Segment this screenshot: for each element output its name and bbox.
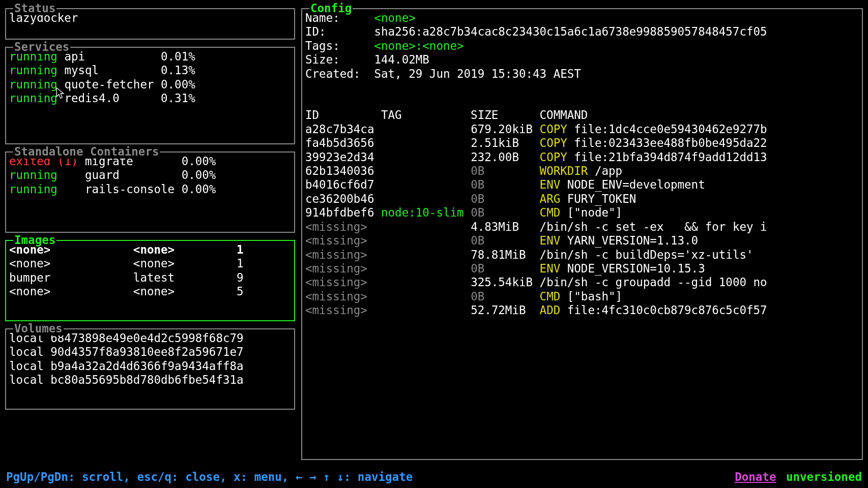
layer-cmd-args: NODE_ENV=development bbox=[567, 178, 705, 191]
service-row[interactable]: running quote-fetcher 0.00% bbox=[9, 78, 291, 92]
image-count: 1 bbox=[230, 243, 244, 256]
volume-driver: local bbox=[9, 345, 50, 358]
layer-id: <missing> bbox=[305, 303, 381, 317]
service-cpu: 0.01% bbox=[161, 50, 195, 63]
services-title: Services bbox=[13, 40, 70, 54]
layer-cmd-args: FURY_TOKEN bbox=[567, 192, 636, 205]
container-row[interactable]: running guard 0.00% bbox=[9, 168, 291, 182]
service-name: quote-fetcher bbox=[64, 78, 161, 91]
layer-cmd-keyword: CMD bbox=[540, 206, 567, 219]
service-row[interactable]: running redis4.0 0.31% bbox=[9, 92, 291, 105]
volume-row[interactable]: local 90d4357f8a93810ee8f2a59671e7 bbox=[9, 345, 291, 359]
layer-cmd-keyword: ARG bbox=[540, 192, 567, 205]
layer-id: a28c7b34ca bbox=[305, 123, 381, 136]
layer-id: <missing> bbox=[305, 276, 381, 289]
layer-size: 0B bbox=[471, 234, 539, 247]
image-row[interactable]: <none> <none> 1 bbox=[9, 257, 291, 270]
container-name: rails-console bbox=[85, 182, 182, 196]
layer-row[interactable]: 914bfdbef6 node:10-slim 0B CMD ["node"] bbox=[305, 206, 859, 220]
image-row[interactable]: bumper latest 9 bbox=[9, 271, 291, 285]
images-title: Images bbox=[13, 233, 56, 247]
config-field-value: <none> bbox=[374, 11, 415, 24]
images-panel[interactable]: Images <none> <none> 1<none> <none> 1bum… bbox=[5, 240, 295, 321]
layer-row[interactable]: 62b1340036 0B WORKDIR /app bbox=[305, 164, 859, 178]
layer-row[interactable]: ce36200b46 0B ARG FURY_TOKEN bbox=[305, 192, 859, 206]
layer-row[interactable]: fa4b5d3656 2.51kiB COPY file:023433ee488… bbox=[305, 136, 859, 150]
footer-help: PgUp/PgDn: scroll, esc/q: close, x: menu… bbox=[6, 470, 413, 484]
layer-row[interactable]: <missing> 78.81MiB /bin/sh -c buildDeps=… bbox=[305, 248, 859, 262]
layer-size: 0B bbox=[471, 192, 539, 205]
image-count: 5 bbox=[230, 285, 244, 298]
layer-size: 0B bbox=[471, 290, 539, 303]
layer-cmd-args: /app bbox=[595, 164, 622, 177]
layer-size: 0B bbox=[471, 178, 539, 191]
layer-row[interactable]: <missing> 0B ENV YARN_VERSION=1.13.0 bbox=[305, 234, 859, 248]
config-field-value: <none>:<none> bbox=[374, 39, 464, 52]
layer-row[interactable]: <missing> 0B CMD ["bash"] bbox=[305, 290, 859, 303]
layer-size: 0B bbox=[471, 164, 539, 177]
layer-tag bbox=[381, 248, 471, 261]
layer-cmd-args: ["bash"] bbox=[567, 290, 622, 303]
layer-cmd-args: NODE_VERSION=10.15.3 bbox=[567, 262, 705, 275]
layer-id: b4016cf6d7 bbox=[305, 178, 381, 191]
volume-name: 90d4357f8a93810ee8f2a59671e7 bbox=[50, 345, 243, 358]
layer-cmd-keyword: WORKDIR bbox=[540, 164, 595, 177]
layer-id: 62b1340036 bbox=[305, 164, 381, 177]
donate-link[interactable]: Donate bbox=[735, 470, 776, 483]
volume-row[interactable]: local bc80a55695b8d780db6fbe54f31a bbox=[9, 373, 291, 387]
service-row[interactable]: running mysql 0.13% bbox=[9, 64, 291, 77]
layer-tag bbox=[381, 178, 471, 191]
image-repo: <none> bbox=[9, 285, 133, 298]
image-count: 1 bbox=[230, 257, 244, 270]
volumes-panel[interactable]: Volumes local 68473898e49e0e4d2c5998f68c… bbox=[5, 328, 295, 410]
layer-cmd-keyword: ENV bbox=[540, 178, 567, 191]
layer-id: <missing> bbox=[305, 248, 381, 261]
layer-id: 914bfdbef6 bbox=[305, 206, 381, 219]
config-panel[interactable]: Config Name: <none>ID: sha256:a28c7b34ca… bbox=[301, 8, 863, 460]
volume-row[interactable]: local b9a4a32a2d4d6366f9a9434aff8a bbox=[9, 359, 291, 373]
image-tag: <none> bbox=[133, 243, 230, 256]
image-row[interactable]: <none> <none> 5 bbox=[9, 285, 291, 298]
layer-row[interactable]: a28c7b34ca 679.20kiB COPY file:1dc4cce0e… bbox=[305, 123, 859, 136]
layer-tag bbox=[381, 164, 471, 177]
layer-row[interactable]: 39923e2d34 232.00B COPY file:21bfa394d87… bbox=[305, 150, 859, 164]
layer-tag bbox=[381, 220, 471, 233]
config-field-label: Tags: bbox=[305, 39, 374, 52]
layer-id: <missing> bbox=[305, 262, 381, 275]
layer-tag bbox=[381, 136, 471, 149]
layer-tag bbox=[381, 234, 471, 247]
config-field-value: 144.02MB bbox=[374, 53, 429, 66]
config-field-label: ID: bbox=[305, 25, 374, 38]
service-cpu: 0.13% bbox=[161, 64, 195, 77]
layer-row[interactable]: <missing> 4.83MiB /bin/sh -c set -ex && … bbox=[305, 220, 859, 234]
service-state: running bbox=[9, 64, 64, 77]
container-name: guard bbox=[85, 168, 182, 181]
layer-row[interactable]: b4016cf6d7 0B ENV NODE_ENV=development bbox=[305, 178, 859, 192]
layer-size: 2.51kiB bbox=[471, 136, 539, 149]
service-state: running bbox=[9, 78, 64, 91]
status-panel[interactable]: Status lazydocker bbox=[5, 8, 295, 40]
standalone-panel[interactable]: Standalone Containers exited (1) migrate… bbox=[5, 151, 295, 233]
config-field: Tags: <none>:<none> bbox=[305, 39, 859, 53]
container-row[interactable]: running rails-console 0.00% bbox=[9, 182, 291, 196]
config-field: Name: <none> bbox=[305, 11, 859, 25]
layer-cmd-args: file:1dc4cce0e59430462e9277b bbox=[574, 123, 767, 136]
layer-cmd-args: /bin/sh -c groupadd --gid 1000 no bbox=[540, 276, 767, 289]
services-panel[interactable]: Services running api 0.01%running mysql … bbox=[5, 47, 295, 144]
layer-row[interactable]: <missing> 52.72MiB ADD file:4fc310c0cb87… bbox=[305, 303, 859, 317]
volume-driver: local bbox=[9, 373, 50, 386]
layer-row[interactable]: <missing> 325.54kiB /bin/sh -c groupadd … bbox=[305, 276, 859, 289]
layer-row[interactable]: <missing> 0B ENV NODE_VERSION=10.15.3 bbox=[305, 262, 859, 276]
layer-tag bbox=[381, 290, 471, 303]
config-field-label: Created: bbox=[305, 67, 374, 80]
layer-cmd-args: ["node"] bbox=[567, 206, 622, 219]
config-field: Created: Sat, 29 Jun 2019 15:30:43 AEST bbox=[305, 67, 859, 81]
layer-size: 0B bbox=[471, 206, 539, 219]
layers-header: ID TAG SIZE COMMAND bbox=[305, 108, 859, 122]
layer-cmd-args: /bin/sh -c buildDeps='xz-utils' bbox=[540, 248, 754, 261]
volume-name: bc80a55695b8d780db6fbe54f31a bbox=[50, 373, 243, 386]
footer-bar: PgUp/PgDn: scroll, esc/q: close, x: menu… bbox=[6, 470, 862, 484]
layer-cmd-keyword: COPY bbox=[540, 123, 574, 136]
layer-size: 52.72MiB bbox=[471, 303, 539, 317]
layer-id: <missing> bbox=[305, 234, 381, 247]
